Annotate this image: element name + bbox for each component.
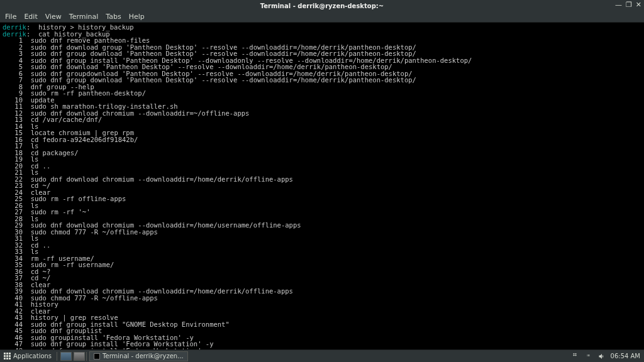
history-number: 3 [3, 50, 23, 57]
history-line: 36 cd ~? [3, 268, 641, 275]
history-number: 15 [3, 129, 23, 136]
history-line: 13 cd /var/cache/dnf/ [3, 116, 641, 123]
history-line: 37 cd ~/ [3, 275, 641, 282]
terminal-window: Terminal - derrik@ryzen-desktop:~ — ❐ ✕ … [0, 0, 644, 362]
system-tray: 06:54 AM [569, 353, 644, 360]
history-line: 41 history [3, 301, 641, 308]
history-number: 37 [3, 275, 23, 282]
volume-tray-icon[interactable] [598, 353, 606, 360]
history-number: 23 [3, 182, 23, 189]
menu-file[interactable]: File [5, 13, 16, 21]
history-command: cd fedora-a924e206df91842b/ [31, 136, 138, 143]
minimize-icon[interactable]: — [615, 1, 622, 9]
history-line: 26 ls [3, 202, 641, 209]
history-line: 22 sudo dnf download chromium --download… [3, 176, 641, 183]
taskbar-separator [86, 352, 87, 361]
history-line: 40 sudo chmod 777 -R ~/offline-apps [3, 295, 641, 302]
taskbar-task-terminal[interactable]: Terminal - derrik@ryzen... [89, 351, 188, 361]
menu-terminal[interactable]: Terminal [69, 13, 99, 21]
history-number: 39 [3, 288, 23, 295]
history-number: 9 [3, 90, 23, 97]
history-number: 25 [3, 195, 23, 202]
history-command: sudo rm -rf offline-apps [31, 195, 126, 202]
applications-grid-icon [4, 353, 11, 359]
history-number: 11 [3, 103, 23, 110]
history-number: 21 [3, 169, 23, 176]
history-line: 9 sudo rm -rf pantheon-desktop/ [3, 90, 641, 97]
history-number: 29 [3, 222, 23, 229]
history-command: sudo chmod 777 -R ~/offline-apps [31, 228, 158, 236]
history-line: 33 ls [3, 248, 641, 255]
history-line: 23 cd ~/ [3, 182, 641, 189]
applications-label: Applications [13, 353, 52, 359]
history-number: 5 [3, 63, 23, 70]
history-line: 17 ls [3, 143, 641, 150]
menubar: File Edit View Terminal Tabs Help [0, 11, 644, 23]
history-command: sudo dnf download chromium --downloaddir… [31, 175, 293, 183]
close-icon[interactable]: ✕ [636, 1, 641, 9]
dropbox-tray-icon[interactable] [573, 353, 580, 360]
history-number: 19 [3, 156, 23, 163]
maximize-icon[interactable]: ❐ [626, 1, 632, 9]
taskbar-task-label: Terminal - derrik@ryzen... [103, 353, 184, 359]
terminal-task-icon [94, 353, 100, 359]
menu-help[interactable]: Help [129, 13, 145, 21]
history-line: 27 sudo rm -rf '~' [3, 209, 641, 216]
menu-tabs[interactable]: Tabs [106, 13, 121, 21]
history-number: 13 [3, 116, 23, 123]
history-number: 41 [3, 301, 23, 308]
history-number: 45 [3, 327, 23, 334]
history-line: 32 cd .. [3, 242, 641, 249]
history-line: 25 sudo rm -rf offline-apps [3, 195, 641, 202]
history-number: 43 [3, 314, 23, 321]
history-line: 20 cd .. [3, 163, 641, 170]
history-command: cd /var/cache/dnf/ [31, 116, 103, 123]
history-line: 18 cd packages/ [3, 150, 641, 156]
history-number: 17 [3, 143, 23, 150]
history-line: 35 sudo rm -rf username/ [3, 261, 641, 268]
window-title: Terminal - derrik@ryzen-desktop:~ [0, 3, 644, 9]
history-number: 1 [3, 37, 23, 44]
menu-view[interactable]: View [45, 13, 62, 21]
menu-edit[interactable]: Edit [24, 13, 37, 21]
history-number: 31 [3, 235, 23, 242]
taskbar-clock[interactable]: 06:54 AM [611, 353, 640, 359]
terminal-output[interactable]: derrik: history > history_backupderrik: … [0, 23, 644, 362]
history-command: sudo rm -rf '~' [31, 208, 91, 216]
taskbar-separator [57, 352, 57, 361]
history-number: 47 [3, 341, 23, 348]
history-line: 30 sudo chmod 777 -R ~/offline-apps [3, 229, 641, 236]
history-number: 27 [3, 209, 23, 216]
window-controls: — ❐ ✕ [615, 1, 641, 9]
launcher-button[interactable] [74, 352, 85, 361]
applications-menu-button[interactable]: Applications [0, 350, 55, 362]
history-number: 35 [3, 261, 23, 268]
show-desktop-button[interactable] [60, 352, 72, 361]
taskbar: Applications Terminal - derrik@ryzen... … [0, 349, 644, 362]
history-line: 16 cd fedora-a924e206df91842b/ [3, 136, 641, 143]
history-number: 7 [3, 77, 23, 84]
history-line: 19 ls [3, 156, 641, 163]
window-titlebar[interactable]: Terminal - derrik@ryzen-desktop:~ — ❐ ✕ [0, 0, 644, 11]
history-line: 31 ls [3, 235, 641, 242]
history-number: 33 [3, 248, 23, 255]
network-tray-icon[interactable] [586, 353, 593, 360]
history-line: 7 sudo dnf group download 'Pantheon Desk… [3, 77, 641, 84]
